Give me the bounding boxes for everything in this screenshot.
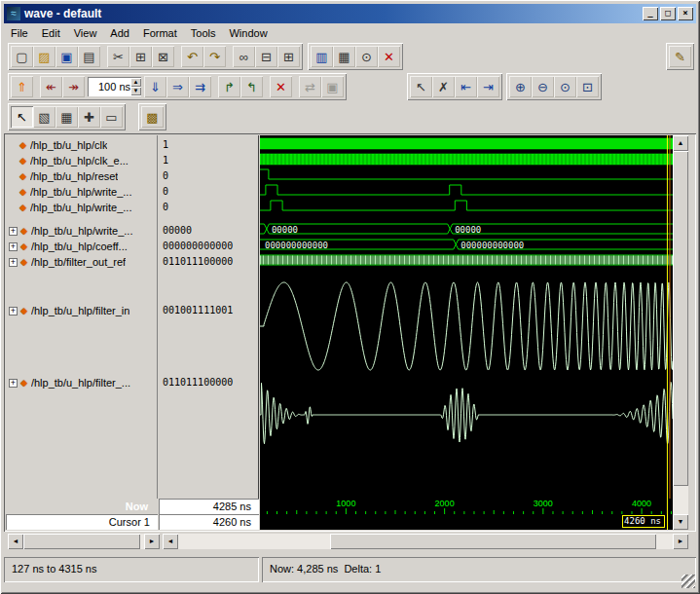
vertical-scroll-thumb[interactable] [673, 151, 688, 486]
undo-button[interactable]: ↶ [181, 46, 203, 67]
select-mode-button[interactable]: ↖ [410, 76, 432, 97]
zoom-area-mode-button[interactable]: ▧ [33, 106, 55, 128]
signal-row[interactable]: ◆/hlp_tb/u_hlp/write_... [6, 184, 157, 200]
run-next-button[interactable]: ↠ [62, 76, 85, 97]
open-button[interactable]: ▨ [33, 46, 55, 67]
menu-format[interactable]: Format [136, 25, 184, 41]
stop-button[interactable]: ✕ [270, 76, 292, 97]
signal-row[interactable]: ◆/hlp_tb/u_hlp/write_... [6, 200, 157, 215]
unselect-mode-button[interactable]: ✗ [432, 76, 455, 97]
menu-window[interactable]: Window [222, 25, 274, 41]
pan-mode-button[interactable]: ▦ [55, 106, 78, 128]
maximize-button[interactable]: □ [660, 7, 676, 20]
zoom-full-button[interactable]: ⊙ [554, 76, 576, 97]
step-over-button[interactable]: ↰ [240, 76, 263, 97]
restart-button[interactable]: ⇑ [11, 76, 33, 97]
find-next-transition-button[interactable]: ⇥ [477, 76, 499, 97]
expand-icon[interactable]: + [9, 242, 18, 251]
restart-icon: ⇑ [17, 81, 27, 93]
spin-up-icon[interactable]: ▲ [130, 78, 141, 87]
resize-grip[interactable] [682, 575, 695, 588]
print-button[interactable]: ▤ [78, 46, 100, 67]
performance-button[interactable]: ⇄ [299, 76, 321, 97]
spin-down-icon[interactable]: ▼ [130, 87, 141, 95]
menu-view[interactable]: View [67, 25, 104, 41]
signal-values-panel[interactable]: 1100000000000000000000011011100000001001… [159, 135, 259, 499]
simulate-button[interactable]: ▦ [333, 46, 355, 67]
menu-tools[interactable]: Tools [184, 25, 223, 41]
pointer-mode-button[interactable]: ↖ [11, 106, 33, 128]
expand-icon[interactable]: + [9, 258, 18, 267]
zoom-out-icon: ⊖ [537, 81, 548, 93]
memory-button[interactable]: ▣ [321, 76, 344, 97]
run-next-icon: ↠ [68, 81, 79, 93]
wave-h-scrollbar[interactable]: ◄ ► [163, 534, 688, 549]
wave-vertical-scrollbar[interactable]: ▲ ▼ [673, 135, 688, 530]
signal-row[interactable]: ◆/hlp_tb/u_hlp/clk_e... [6, 153, 157, 168]
minimize-button[interactable]: _ [643, 7, 658, 20]
close-button[interactable]: × [678, 7, 693, 20]
run-previous-button[interactable]: ↞ [40, 76, 62, 97]
zoom-range-button[interactable]: ⊡ [576, 76, 599, 97]
scroll-right-icon[interactable]: ► [673, 534, 688, 549]
toolbar-separator [292, 76, 299, 97]
signal-row[interactable]: ◆/hlp_tb/u_hlp/clk [6, 137, 157, 153]
new-file-button[interactable]: ▢ [11, 46, 33, 67]
scroll-left-icon[interactable]: ◄ [8, 534, 23, 549]
zoom-in-button[interactable]: ⊕ [509, 76, 532, 97]
signal-name: /hlp_tb/u_hlp/coeff... [31, 241, 128, 252]
expand-icon[interactable]: + [9, 307, 18, 316]
expand-icon[interactable]: + [9, 227, 18, 236]
cut-button[interactable]: ✂ [107, 46, 129, 67]
menu-edit[interactable]: Edit [35, 25, 67, 41]
save-button[interactable]: ▣ [55, 46, 78, 67]
find-in-design-button[interactable]: ⊙ [355, 46, 378, 67]
redo-button[interactable]: ↷ [203, 46, 226, 67]
wave-grid-editor-button[interactable]: ▩ [141, 106, 164, 128]
find-button[interactable]: ∞ [233, 46, 255, 67]
waveform-canvas[interactable]: 0000000000000000000000000000000000 [260, 135, 673, 499]
copy-button[interactable]: ⊞ [129, 46, 152, 67]
cursor-track[interactable]: 4260 ns [260, 514, 673, 530]
scroll-down-icon[interactable]: ▼ [673, 514, 688, 530]
expand-icon[interactable]: + [9, 379, 18, 388]
toolbar-row-1: ▢▨▣▤✂⊞⊠↶↷∞⊟⊞ ▥▦⊙✕ ✎ [4, 42, 696, 72]
names-scroll-thumb[interactable] [23, 534, 140, 549]
cursor-mode-button[interactable]: ✚ [78, 106, 100, 128]
collapse-all-button[interactable]: ⊟ [255, 46, 277, 67]
run-button[interactable]: ⇓ [144, 76, 166, 97]
signal-row[interactable]: ◆/hlp_tb/u_hlp/reset [6, 168, 157, 184]
compile-button[interactable]: ▥ [311, 46, 333, 67]
edit-wave-button[interactable]: ✎ [669, 46, 691, 67]
scroll-up-icon[interactable]: ▲ [673, 135, 688, 151]
wave-scroll-thumb[interactable] [330, 534, 656, 549]
paste-button[interactable]: ⊠ [152, 46, 174, 67]
step-button[interactable]: ↱ [218, 76, 240, 97]
signal-row[interactable]: +◆/hlp_tb/u_hlp/filter_in [6, 303, 157, 318]
signal-row[interactable]: +◆/hlp_tb/u_hlp/filter_... [6, 375, 157, 390]
run-length-spinner[interactable]: ▲ ▼ [88, 77, 141, 96]
run-continue-button[interactable]: ⇒ [166, 76, 189, 97]
signal-row[interactable]: +◆/hlp_tb/u_hlp/write_... [6, 223, 157, 239]
edit-wave-icon: ✎ [675, 51, 685, 63]
signal-names-panel[interactable]: ◆/hlp_tb/u_hlp/clk◆/hlp_tb/u_hlp/clk_e..… [6, 135, 158, 499]
break-button[interactable]: ✕ [378, 46, 400, 67]
scroll-left-icon[interactable]: ◄ [163, 534, 178, 549]
signal-row[interactable]: +◆/hlp_tb/u_hlp/coeff... [6, 239, 157, 254]
signal-edit-mode-button[interactable]: ▭ [100, 106, 123, 128]
signal-row[interactable]: +◆/hlp_tb/filter_out_ref [6, 254, 157, 270]
cursor1-label[interactable]: Cursor 1 [6, 514, 158, 530]
names-h-scrollbar[interactable]: ◄ ► [8, 534, 160, 549]
find-previous-transition-button[interactable]: ⇤ [455, 76, 477, 97]
menu-file[interactable]: File [4, 25, 35, 41]
zoom-out-button[interactable]: ⊖ [532, 76, 554, 97]
title-bar[interactable]: ≈ wave - default _ □ × [4, 4, 696, 23]
expand-all-button[interactable]: ⊞ [277, 46, 300, 67]
timeline-ruler[interactable]: 1000200030004000 [260, 499, 673, 514]
cursor-line[interactable] [667, 514, 668, 530]
run-length-input[interactable] [90, 79, 130, 94]
window-icon: ≈ [7, 7, 20, 20]
scroll-right-icon[interactable]: ► [144, 534, 160, 549]
menu-add[interactable]: Add [103, 25, 136, 41]
run-all-button[interactable]: ⇉ [189, 76, 211, 97]
